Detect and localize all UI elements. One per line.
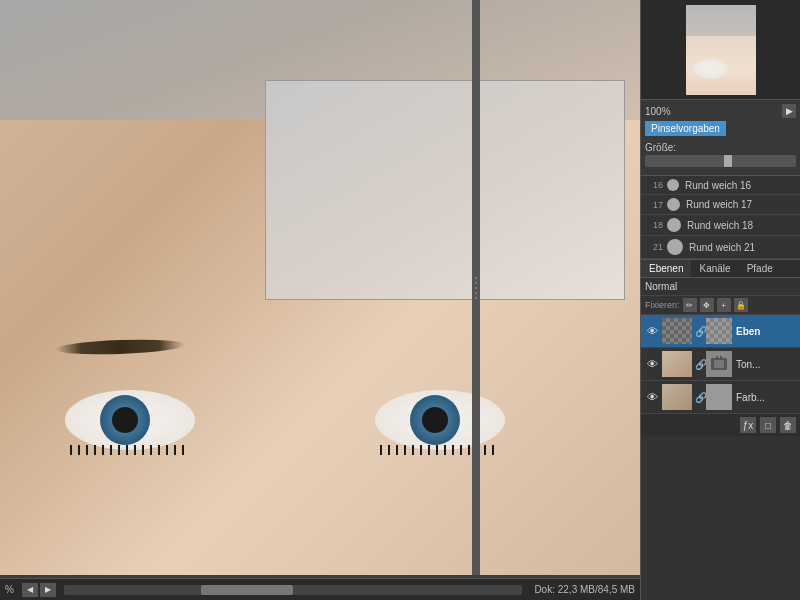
fixieren-lock-icon[interactable]: 🔒 <box>734 298 748 312</box>
lashes-left <box>70 445 190 455</box>
tab-pfade[interactable]: Pfade <box>739 260 781 277</box>
layer-row-0[interactable]: 👁 🔗 Eben <box>641 315 800 348</box>
scroll-right-button[interactable]: ▶ <box>40 583 56 597</box>
status-arrows[interactable]: ◀ ▶ <box>22 583 56 597</box>
delete-layer-button[interactable]: 🗑 <box>780 417 796 433</box>
fixieren-all-icon[interactable]: + <box>717 298 731 312</box>
svg-rect-2 <box>716 356 718 360</box>
brush-dot-0 <box>667 179 679 191</box>
brush-size-slider[interactable] <box>645 155 796 167</box>
layers-bottom-toolbar: ƒx □ 🗑 <box>641 414 800 436</box>
layer-chain-0: 🔗 <box>696 318 706 344</box>
status-bar: % ◀ ▶ Dok: 22,3 MB/84,5 MB <box>0 578 640 600</box>
layer-eye-1[interactable]: 👁 <box>645 357 659 371</box>
drag-dot-5 <box>475 297 477 299</box>
drag-dots <box>475 277 477 299</box>
pinselvorgaben-tab[interactable]: Pinselvorgaben <box>645 121 726 136</box>
brush-item-2[interactable]: 18 Rund weich 18 <box>641 215 800 236</box>
brush-number-1: 17 <box>645 200 663 210</box>
layer-name-2: Farb... <box>736 392 765 403</box>
layers-tabs: Ebenen Kanäle Pfade <box>641 260 800 278</box>
brush-dot-3 <box>667 239 683 255</box>
brush-controls-panel: 100% ▶ Pinselvorgaben Größe: <box>641 100 800 176</box>
brush-name-1: Rund weich 17 <box>686 199 752 210</box>
fixieren-move-icon[interactable]: ✥ <box>700 298 714 312</box>
layer-row-1[interactable]: 👁 🔗 Ton... <box>641 348 800 381</box>
brush-dot-2 <box>667 218 681 232</box>
fx-button[interactable]: ƒx <box>740 417 756 433</box>
brush-item-3[interactable]: 21 Rund weich 21 <box>641 236 800 259</box>
canvas-area: % ◀ ▶ Dok: 22,3 MB/84,5 MB <box>0 0 640 600</box>
fixieren-label: Fixieren: <box>645 300 680 310</box>
overlay-comparison-rect <box>265 80 625 300</box>
layer-chain-2: 🔗 <box>696 384 706 410</box>
brush-number-3: 21 <box>645 242 663 252</box>
brush-name-2: Rund weich 18 <box>687 220 753 231</box>
tab-kanale[interactable]: Kanäle <box>691 260 738 277</box>
status-zoom: % <box>5 584 14 595</box>
layers-mode-row: Normal <box>641 278 800 296</box>
drag-dot-1 <box>475 277 477 279</box>
eye-right <box>370 380 510 460</box>
fixieren-brush-icon[interactable]: ✏ <box>683 298 697 312</box>
drag-dot-4 <box>475 292 477 294</box>
horizontal-scrollbar[interactable] <box>64 585 522 595</box>
layer-thumb-0 <box>662 318 692 344</box>
zoom-row: 100% ▶ <box>645 104 796 118</box>
image-thumbnail <box>641 0 800 100</box>
eye-area <box>0 320 640 520</box>
scroll-left-button[interactable]: ◀ <box>22 583 38 597</box>
layer-name-1: Ton... <box>736 359 760 370</box>
layers-panel: Ebenen Kanäle Pfade Normal Fixieren: ✏ ✥… <box>641 259 800 600</box>
brush-number-0: 16 <box>645 180 663 190</box>
pupil-right <box>422 407 448 433</box>
panel-resize-handle[interactable] <box>472 0 480 575</box>
brush-size-thumb[interactable] <box>724 155 732 167</box>
zoom-value: 100% <box>645 106 671 117</box>
blend-mode[interactable]: Normal <box>645 281 796 292</box>
tab-ebenen[interactable]: Ebenen <box>641 260 691 277</box>
canvas-image[interactable] <box>0 0 640 575</box>
new-layer-button[interactable]: □ <box>760 417 776 433</box>
layer-name-0: Eben <box>736 326 760 337</box>
brush-name-0: Rund weich 16 <box>685 180 751 191</box>
layer-mask-0 <box>706 318 732 344</box>
layer-row-2[interactable]: 👁 🔗 Farb... <box>641 381 800 414</box>
overlay-hair <box>266 81 624 299</box>
layer-eye-2[interactable]: 👁 <box>645 390 659 404</box>
drag-dot-3 <box>475 287 477 289</box>
fixieren-row: Fixieren: ✏ ✥ + 🔒 <box>641 296 800 315</box>
brush-item-1[interactable]: 17 Rund weich 17 <box>641 195 800 215</box>
svg-rect-3 <box>720 356 722 360</box>
layer-mask-2 <box>706 384 732 410</box>
brush-number-2: 18 <box>645 220 663 230</box>
scrollbar-thumb[interactable] <box>201 585 293 595</box>
app-container: % ◀ ▶ Dok: 22,3 MB/84,5 MB <box>0 0 800 600</box>
layer-chain-1: 🔗 <box>696 351 706 377</box>
brush-preset-list: 16 Rund weich 16 17 Rund weich 17 18 Run… <box>641 176 800 259</box>
layer-mask-1 <box>706 351 732 377</box>
brush-item-0[interactable]: 16 Rund weich 16 <box>641 176 800 195</box>
drag-dot-2 <box>475 282 477 284</box>
layer-thumb-2 <box>662 384 692 410</box>
layer-thumb-1 <box>662 351 692 377</box>
lashes-right <box>380 445 500 455</box>
thumbnail-preview <box>686 5 756 95</box>
panel-expand-button[interactable]: ▶ <box>782 104 796 118</box>
grosse-label: Größe: <box>645 142 796 153</box>
layer-eye-0[interactable]: 👁 <box>645 324 659 338</box>
eye-left <box>60 380 200 460</box>
doc-size: Dok: 22,3 MB/84,5 MB <box>534 584 635 595</box>
brush-dot-1 <box>667 198 680 211</box>
pupil-left <box>112 407 138 433</box>
svg-rect-1 <box>714 360 724 368</box>
right-panel: 100% ▶ Pinselvorgaben Größe: 16 Rund wei… <box>640 0 800 600</box>
brush-name-3: Rund weich 21 <box>689 242 755 253</box>
